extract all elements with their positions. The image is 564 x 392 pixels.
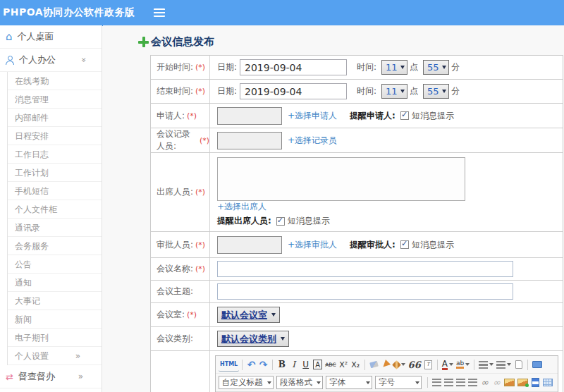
required-marker: (*) <box>187 111 197 121</box>
sms-label: 短消息提示 <box>412 110 454 122</box>
format-painter-icon[interactable] <box>392 358 407 372</box>
sidebar-item-work-plan[interactable]: 工作计划 <box>8 164 102 182</box>
attendees-textarea[interactable] <box>217 157 465 201</box>
insert-table-icon[interactable] <box>541 376 554 389</box>
required-marker: (*) <box>195 264 205 274</box>
home-icon <box>6 32 13 42</box>
remove-link-icon[interactable] <box>491 376 503 389</box>
end-minute-select[interactable]: 55 <box>423 84 449 99</box>
superscript-button[interactable]: X² <box>338 358 350 372</box>
underline-button[interactable]: U <box>300 358 312 372</box>
chevron-right-icon <box>78 372 83 381</box>
eraser-icon[interactable] <box>368 358 380 372</box>
time-label: 时间: <box>357 85 376 97</box>
heading-select[interactable]: 自定义标题 <box>219 376 274 389</box>
insert-image-icon[interactable] <box>503 376 516 389</box>
upload-image-icon[interactable] <box>516 376 529 389</box>
approver-sms-checkbox[interactable] <box>400 240 409 249</box>
select-applicant-link[interactable]: +选择申请人 <box>288 110 337 122</box>
blockquote-button[interactable]: 66 <box>407 358 422 372</box>
start-date-input[interactable] <box>240 59 347 75</box>
field-label: 开始时间: <box>157 61 193 73</box>
meeting-subject-input[interactable] <box>217 283 513 300</box>
required-marker: (*) <box>195 240 205 250</box>
start-minute-select[interactable]: 55 <box>423 60 449 75</box>
align-left-icon[interactable] <box>431 376 443 389</box>
sidebar-item-internal-mail[interactable]: 内部邮件 <box>8 109 102 127</box>
end-hour-select[interactable]: 11 <box>381 84 407 99</box>
applicant-sms-checkbox[interactable] <box>400 111 409 120</box>
start-hour-select[interactable]: 11 <box>381 60 407 75</box>
minute-unit-label: 分 <box>451 85 460 97</box>
new-page-icon[interactable] <box>513 358 525 372</box>
sidebar-item-meeting-service[interactable]: 会务服务 <box>8 237 102 255</box>
chevron-right-icon <box>75 347 80 365</box>
sidebar-item-e-journal[interactable]: 电子期刊 <box>8 329 102 347</box>
field-label: 申请人: <box>157 110 185 122</box>
insert-link-icon[interactable] <box>479 376 491 389</box>
font-color-button[interactable]: A <box>441 358 455 372</box>
source-code-button[interactable]: HTML <box>219 358 239 372</box>
select-attendees-link[interactable]: +选择出席人 <box>217 201 266 213</box>
unordered-list-icon[interactable] <box>495 358 513 372</box>
page-title: 会议信息发布 <box>138 35 564 49</box>
select-recorder-link[interactable]: +选择记录员 <box>288 135 337 147</box>
border-text-button[interactable]: A <box>313 360 322 369</box>
align-justify-icon[interactable] <box>467 376 479 389</box>
approver-input[interactable] <box>217 236 282 254</box>
dropdown-arrow-icon <box>442 66 446 69</box>
redo-icon[interactable] <box>257 358 269 372</box>
date-label: 日期: <box>217 85 237 97</box>
ordered-list-icon[interactable] <box>477 358 495 372</box>
user-icon <box>6 56 14 65</box>
form-row-applicant: 申请人: (*) +选择申请人 提醒申请人: 短消息提示 <box>151 104 563 128</box>
sidebar-item-label: 督查督办 <box>18 370 55 383</box>
recorder-input[interactable] <box>217 132 282 149</box>
meeting-name-input[interactable] <box>217 261 513 277</box>
clear-format-icon[interactable] <box>380 358 392 372</box>
highlight-color-button[interactable]: ab <box>455 358 471 372</box>
meeting-category-select[interactable]: 默认会议类别 <box>217 331 289 347</box>
align-right-icon[interactable] <box>455 376 467 389</box>
sidebar-item-schedule[interactable]: 日程安排 <box>8 127 102 145</box>
meeting-room-select[interactable]: 默认会议室 <box>217 307 280 323</box>
bold-button[interactable]: B <box>276 358 288 372</box>
sidebar-item-file-cabinet[interactable]: 个人文件柜 <box>8 200 102 219</box>
sidebar: 个人桌面 个人办公 在线考勤 消息管理 内部邮件 日程安排 工作日志 工作计划 … <box>0 25 102 392</box>
sidebar-item-work-log[interactable]: 工作日志 <box>8 145 102 164</box>
attendees-sms-checkbox[interactable] <box>276 217 285 226</box>
sidebar-item-supervision[interactable]: 督查督办 <box>0 365 102 388</box>
remind-approver-label: 提醒审批人: <box>350 239 396 251</box>
hamburger-icon[interactable] <box>154 8 165 17</box>
sidebar-item-contacts[interactable]: 通讯录 <box>8 219 102 237</box>
align-center-icon[interactable] <box>443 376 455 389</box>
undo-icon[interactable] <box>245 358 257 372</box>
date-label: 日期: <box>217 61 237 73</box>
italic-button[interactable]: I <box>288 358 300 372</box>
end-date-input[interactable] <box>240 83 347 99</box>
sidebar-item-events[interactable]: 大事记 <box>8 292 102 310</box>
sidebar-item-desktop[interactable]: 个人桌面 <box>0 25 102 49</box>
sidebar-item-announcement[interactable]: 公告 <box>8 255 102 274</box>
select-approver-link[interactable]: +选择审批人 <box>288 239 337 251</box>
font-size-select[interactable]: 字号 <box>375 376 422 389</box>
paragraph-format-select[interactable]: 段落格式 <box>276 376 323 389</box>
hour-unit-label: 点 <box>410 61 418 73</box>
meeting-form: 开始时间: (*) 日期: 时间: 11 点 55 分 结束时间: (*) <box>150 55 563 392</box>
applicant-input[interactable] <box>217 107 282 125</box>
remind-attendees-label: 提醒出席人员: <box>217 215 271 227</box>
sidebar-item-news[interactable]: 新闻 <box>8 310 102 329</box>
fullscreen-icon[interactable] <box>531 358 544 372</box>
sidebar-item-messages[interactable]: 消息管理 <box>8 90 102 109</box>
sidebar-item-office[interactable]: 个人办公 <box>0 49 102 72</box>
sidebar-item-sms[interactable]: 手机短信 <box>8 182 102 200</box>
insert-video-icon[interactable] <box>529 376 541 389</box>
sidebar-item-attendance[interactable]: 在线考勤 <box>8 72 102 90</box>
subscript-button[interactable]: X₂ <box>350 358 362 372</box>
font-family-select[interactable]: 字体 <box>326 376 372 389</box>
sidebar-item-personal-settings[interactable]: 个人设置 <box>8 347 102 365</box>
sidebar-item-notice[interactable]: 通知 <box>8 274 102 292</box>
main-content: 会议信息发布 开始时间: (*) 日期: 时间: 11 点 55 分 <box>103 25 564 392</box>
strikethrough-button[interactable]: ABC <box>324 358 337 372</box>
paste-icon[interactable] <box>422 358 434 372</box>
